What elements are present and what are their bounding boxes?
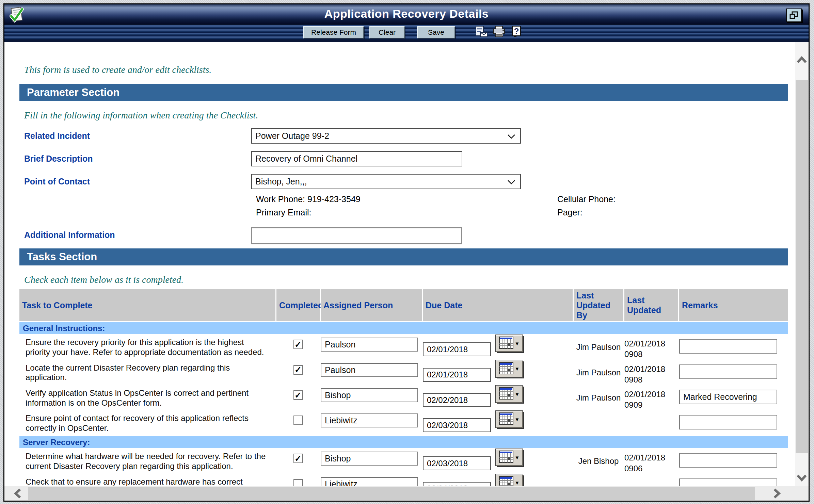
remarks-cell — [679, 360, 788, 385]
column-header-assigned: Assigned Person — [321, 289, 422, 321]
calendar-dropdown-arrow-icon: ▼ — [515, 455, 520, 460]
brief-description-input[interactable] — [251, 151, 462, 166]
assigned-person-input[interactable] — [321, 363, 418, 377]
scroll-left-icon[interactable] — [14, 488, 21, 500]
task-completed-checkbox[interactable]: ✓ — [293, 454, 303, 463]
release-form-button[interactable]: Release Form — [303, 26, 364, 38]
last-updated-by-value: Jim Paulson — [574, 385, 623, 410]
calendar-picker-button[interactable]: ▼ — [496, 335, 523, 352]
tasks-section-title: Tasks Section — [27, 251, 97, 263]
assigned-person-input[interactable] — [321, 388, 418, 402]
remarks-cell — [679, 385, 788, 410]
chevron-down-icon — [507, 131, 515, 141]
horizontal-scrollbar[interactable] — [4, 486, 795, 501]
column-header-completed: Completed — [276, 289, 320, 321]
save-button[interactable]: Save — [417, 26, 455, 38]
task-row: Verify application Status in OpsCenter i… — [19, 385, 788, 410]
related-incident-select[interactable]: Power Outage 99-2 — [251, 128, 521, 144]
task-group-heading: General Instructions: — [23, 324, 105, 333]
remarks-cell — [679, 334, 788, 359]
task-completed-checkbox[interactable]: ✓ — [293, 340, 303, 349]
task-group-banner: Server Recovery: — [19, 436, 788, 448]
task-group-banner: General Instructions: — [19, 322, 788, 334]
calendar-icon — [499, 412, 513, 426]
column-header-task: Task to Complete — [19, 289, 275, 321]
remarks-input[interactable] — [679, 339, 777, 354]
due-date-cell: ▼ — [423, 385, 573, 410]
calendar-picker-button[interactable]: ▼ — [496, 360, 523, 377]
scroll-up-icon[interactable] — [796, 56, 807, 65]
assigned-person-cell — [321, 360, 422, 385]
chevron-down-icon — [507, 177, 515, 186]
calendar-dropdown-arrow-icon: ▼ — [515, 366, 520, 372]
contact-info-block: Work Phone: 919-423-3549 Cellular Phone:… — [256, 193, 795, 219]
calendar-icon — [499, 362, 513, 376]
clear-button[interactable]: Clear — [369, 26, 405, 38]
parameter-section-title: Parameter Section — [27, 86, 119, 99]
assigned-person-input[interactable] — [321, 413, 418, 427]
last-updated-value: 02/01/2018 0906 — [624, 448, 678, 473]
assigned-person-cell — [321, 448, 422, 473]
assigned-person-input[interactable] — [321, 452, 418, 466]
last-updated-by-value: Jim Paulson — [574, 334, 623, 359]
toolbar: Release Form Clear Save — [4, 24, 809, 42]
assigned-person-input[interactable] — [321, 338, 418, 352]
remarks-input[interactable] — [679, 415, 777, 429]
due-date-input[interactable] — [423, 456, 491, 470]
remarks-input[interactable] — [679, 364, 777, 379]
calendar-picker-button[interactable]: ▼ — [496, 411, 523, 428]
calendar-dropdown-arrow-icon: ▼ — [515, 341, 520, 346]
tasks-instruction-text: Check each item below as it is completed… — [19, 274, 795, 285]
task-completed-cell: ✓ — [276, 448, 320, 473]
remarks-input[interactable] — [679, 453, 777, 468]
task-row: Determine what hardware will be needed f… — [19, 448, 788, 473]
point-of-contact-select[interactable]: Bishop, Jen,,, — [251, 174, 521, 189]
additional-information-input[interactable] — [251, 227, 462, 244]
due-date-input[interactable] — [423, 368, 491, 382]
form-intro-text: This form is used to create and/or edit … — [19, 64, 795, 75]
remarks-input[interactable] — [679, 390, 777, 404]
task-row: Ensure point of contact for recovery of … — [19, 410, 788, 435]
brief-description-row: Brief Description — [19, 151, 795, 166]
task-completed-checkbox[interactable]: ✓ — [293, 390, 303, 400]
last-updated-value: 02/01/2018 0908 — [624, 334, 678, 359]
task-description: Locate the current Disaster Recovery pla… — [19, 360, 275, 385]
task-row: Locate the current Disaster Recovery pla… — [19, 360, 788, 385]
send-document-icon[interactable] — [475, 26, 488, 39]
task-completed-checkbox[interactable] — [293, 416, 303, 425]
scroll-right-icon[interactable] — [773, 488, 781, 500]
tasks-table: Task to Complete Completed Assigned Pers… — [19, 289, 788, 499]
due-date-input[interactable] — [423, 342, 491, 356]
task-completed-checkbox[interactable]: ✓ — [293, 365, 303, 375]
task-row: Ensure the recovery priority for this ap… — [19, 334, 788, 359]
help-icon[interactable]: ? — [511, 26, 522, 39]
calendar-picker-button[interactable]: ▼ — [496, 386, 523, 403]
form-content: This form is used to create and/or edit … — [4, 42, 809, 501]
assigned-person-cell — [321, 410, 422, 435]
task-completed-cell: ✓ — [276, 334, 320, 359]
print-icon[interactable] — [493, 26, 506, 39]
vertical-scrollbar-thumb[interactable] — [796, 80, 808, 453]
related-incident-value: Power Outage 99-2 — [255, 131, 329, 141]
additional-information-label: Additional Information — [19, 227, 251, 240]
primary-email-text: Primary Email: — [256, 206, 557, 219]
brief-description-label: Brief Description — [19, 151, 251, 164]
parameter-instruction-text: Fill in the following information when c… — [19, 110, 795, 121]
calendar-picker-button[interactable]: ▼ — [496, 449, 523, 466]
calendar-icon — [499, 451, 513, 464]
scroll-down-icon[interactable] — [796, 474, 807, 483]
task-completed-cell — [276, 410, 320, 435]
point-of-contact-label: Point of Contact — [19, 174, 251, 186]
due-date-input[interactable] — [423, 393, 491, 407]
restore-window-icon[interactable] — [786, 9, 802, 22]
horizontal-scrollbar-thumb[interactable] — [28, 487, 755, 500]
column-header-last-updated-by: Last Updated By — [574, 289, 623, 321]
point-of-contact-row: Point of Contact Bishop, Jen,,, — [19, 174, 795, 189]
calendar-dropdown-arrow-icon: ▼ — [515, 417, 520, 422]
due-date-input[interactable] — [423, 418, 491, 432]
assigned-person-cell — [321, 385, 422, 410]
vertical-scrollbar[interactable] — [795, 42, 809, 501]
title-bar: Application Recovery Details — [4, 4, 809, 24]
toolbar-icons: ? — [475, 26, 522, 39]
last-updated-by-value — [574, 410, 623, 435]
